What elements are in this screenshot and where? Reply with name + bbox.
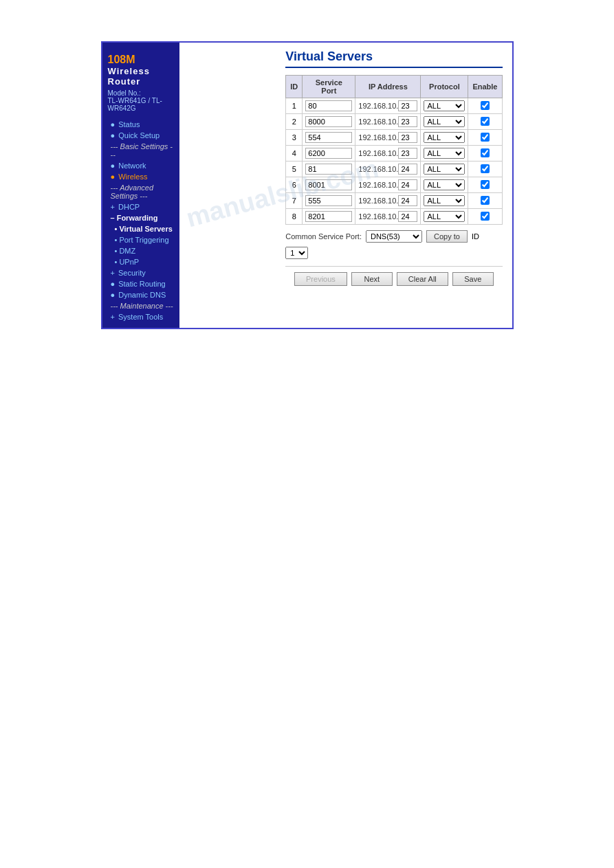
enable-cell-7 bbox=[468, 193, 502, 209]
sidebar-item-port-triggering[interactable]: • Port Triggering bbox=[102, 234, 180, 245]
table-row: 3192.168.10.ALLTCPUDP bbox=[286, 130, 502, 146]
clear-all-button[interactable]: Clear All bbox=[397, 272, 448, 286]
common-service-port-label: Common Service Port: bbox=[285, 232, 362, 241]
row-id-7: 7 bbox=[286, 193, 303, 209]
service-port-input-2[interactable] bbox=[305, 116, 352, 127]
ip-suffix-input-1[interactable] bbox=[398, 100, 417, 111]
enable-checkbox-7[interactable] bbox=[481, 196, 490, 205]
service-port-input-6[interactable] bbox=[305, 179, 352, 190]
ip-suffix-input-3[interactable] bbox=[398, 132, 417, 143]
sidebar-item-status[interactable]: ● Status bbox=[102, 119, 180, 130]
sidebar-item-dhcp[interactable]: + DHCP bbox=[102, 201, 180, 212]
service-port-cell-4 bbox=[303, 146, 355, 162]
service-port-input-8[interactable] bbox=[305, 211, 352, 222]
next-button[interactable]: Next bbox=[351, 272, 393, 286]
row-id-6: 6 bbox=[286, 177, 303, 193]
id-label: ID bbox=[472, 232, 479, 241]
id-select[interactable]: 12345678 bbox=[285, 247, 308, 259]
sidebar-item-upnp[interactable]: • UPnP bbox=[102, 256, 180, 267]
protocol-select-2[interactable]: ALLTCPUDP bbox=[424, 116, 465, 127]
sidebar-item-virtual-servers[interactable]: • Virtual Servers bbox=[102, 223, 180, 234]
enable-cell-6 bbox=[468, 177, 502, 193]
table-row: 1192.168.10.ALLTCPUDP bbox=[286, 98, 502, 114]
virtual-servers-table: ID Service Port IP Address Protocol Enab… bbox=[285, 75, 502, 225]
enable-cell-8 bbox=[468, 209, 502, 225]
brand-model: Model No.: TL-WR641G / TL-WR642G bbox=[108, 89, 175, 112]
copy-to-button[interactable]: Copy to bbox=[426, 230, 468, 243]
sidebar-item-static-routing[interactable]: ● Static Routing bbox=[102, 278, 180, 289]
protocol-select-4[interactable]: ALLTCPUDP bbox=[424, 148, 465, 159]
col-header-service-port: Service Port bbox=[303, 76, 355, 98]
enable-cell-3 bbox=[468, 130, 502, 146]
service-port-input-7[interactable] bbox=[305, 195, 352, 206]
sidebar-item-dynamic-dns[interactable]: ● Dynamic DNS bbox=[102, 289, 180, 300]
protocol-select-7[interactable]: ALLTCPUDP bbox=[424, 195, 465, 206]
nav-buttons: Previous Next Clear All Save bbox=[285, 266, 502, 286]
service-port-input-4[interactable] bbox=[305, 148, 352, 159]
protocol-cell-2: ALLTCPUDP bbox=[421, 114, 468, 130]
protocol-select-8[interactable]: ALLTCPUDP bbox=[424, 211, 465, 222]
ip-suffix-input-7[interactable] bbox=[398, 195, 417, 206]
protocol-select-5[interactable]: ALLTCPUDP bbox=[424, 164, 465, 175]
row-id-2: 2 bbox=[286, 114, 303, 130]
ip-prefix-6: 192.168.10. bbox=[358, 181, 398, 189]
content-area: Virtual Servers ID Service Port IP Addre… bbox=[276, 43, 512, 328]
ip-suffix-input-2[interactable] bbox=[398, 116, 417, 127]
ip-address-cell-5: 192.168.10. bbox=[355, 162, 421, 177]
protocol-cell-6: ALLTCPUDP bbox=[421, 177, 468, 193]
sidebar-item-network[interactable]: ● Network bbox=[102, 160, 180, 171]
ip-prefix-5: 192.168.10. bbox=[358, 165, 398, 173]
sidebar-item-wireless[interactable]: ● Wireless bbox=[102, 171, 180, 182]
enable-checkbox-5[interactable] bbox=[481, 164, 490, 173]
protocol-cell-5: ALLTCPUDP bbox=[421, 162, 468, 177]
enable-cell-5 bbox=[468, 162, 502, 177]
enable-checkbox-8[interactable] bbox=[481, 212, 490, 221]
protocol-cell-1: ALLTCPUDP bbox=[421, 98, 468, 114]
protocol-select-1[interactable]: ALLTCPUDP bbox=[424, 100, 465, 111]
ip-address-cell-2: 192.168.10. bbox=[355, 114, 421, 130]
sidebar-item-security[interactable]: + Security bbox=[102, 267, 180, 278]
protocol-select-3[interactable]: ALLTCPUDP bbox=[424, 132, 465, 143]
service-port-cell-5 bbox=[303, 162, 355, 177]
enable-checkbox-4[interactable] bbox=[481, 148, 490, 157]
enable-checkbox-2[interactable] bbox=[481, 117, 490, 126]
service-port-input-5[interactable] bbox=[305, 164, 352, 175]
sidebar-item-quick-setup[interactable]: ● Quick Setup bbox=[102, 130, 180, 141]
col-header-protocol: Protocol bbox=[421, 76, 468, 98]
brand-108m: 108M bbox=[108, 54, 175, 66]
protocol-select-6[interactable]: ALLTCPUDP bbox=[424, 179, 465, 190]
brand-area: 108M Wireless Router Model No.: TL-WR641… bbox=[102, 48, 180, 119]
save-button[interactable]: Save bbox=[452, 272, 494, 286]
sidebar-item-forwarding[interactable]: – Forwarding bbox=[102, 212, 180, 223]
ip-suffix-input-8[interactable] bbox=[398, 211, 417, 222]
table-row: 6192.168.10.ALLTCPUDP bbox=[286, 177, 502, 193]
row-id-8: 8 bbox=[286, 209, 303, 225]
sidebar-item-dmz[interactable]: • DMZ bbox=[102, 245, 180, 256]
common-service-port-select[interactable]: DNS(53)HTTP(80)FTP(21)SMTP(25)POP3(110) bbox=[366, 230, 422, 243]
router-frame: 108M Wireless Router Model No.: TL-WR641… bbox=[101, 41, 514, 329]
col-header-id: ID bbox=[286, 76, 303, 98]
ip-prefix-1: 192.168.10. bbox=[358, 102, 398, 110]
enable-checkbox-3[interactable] bbox=[481, 133, 490, 142]
sidebar: 108M Wireless Router Model No.: TL-WR641… bbox=[102, 43, 180, 328]
row-id-4: 4 bbox=[286, 146, 303, 162]
enable-checkbox-1[interactable] bbox=[481, 101, 490, 110]
service-port-input-3[interactable] bbox=[305, 132, 352, 143]
page-title: Virtual Servers bbox=[285, 49, 502, 68]
service-port-cell-1 bbox=[303, 98, 355, 114]
ip-suffix-input-5[interactable] bbox=[398, 164, 417, 175]
service-port-cell-8 bbox=[303, 209, 355, 225]
service-port-input-1[interactable] bbox=[305, 100, 352, 111]
enable-cell-4 bbox=[468, 146, 502, 162]
brand-router: Router bbox=[108, 76, 175, 87]
ip-prefix-2: 192.168.10. bbox=[358, 118, 398, 126]
enable-checkbox-6[interactable] bbox=[481, 180, 490, 189]
row-id-3: 3 bbox=[286, 130, 303, 146]
enable-cell-2 bbox=[468, 114, 502, 130]
previous-button[interactable]: Previous bbox=[294, 272, 347, 286]
sidebar-section-basic: --- Basic Settings --- bbox=[102, 141, 180, 160]
ip-suffix-input-4[interactable] bbox=[398, 148, 417, 159]
sidebar-item-system-tools[interactable]: + System Tools bbox=[102, 311, 180, 322]
ip-suffix-input-6[interactable] bbox=[398, 179, 417, 190]
row-id-1: 1 bbox=[286, 98, 303, 114]
